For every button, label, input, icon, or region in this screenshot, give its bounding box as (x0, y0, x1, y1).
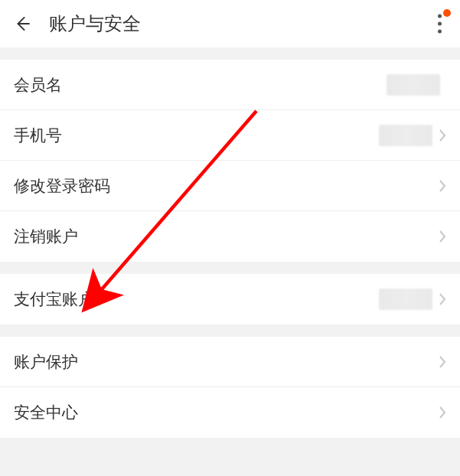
section-gap (0, 324, 460, 337)
back-icon[interactable] (12, 13, 34, 34)
deactivate-label: 注销账户 (14, 226, 439, 247)
chevron-right-icon (439, 406, 446, 419)
phone-value-blurred (379, 125, 432, 146)
chevron-right-icon (439, 179, 446, 193)
row-change-password[interactable]: 修改登录密码 (0, 161, 460, 211)
row-deactivate-account[interactable]: 注销账户 (0, 211, 460, 262)
header-bar: 账户与安全 (0, 0, 460, 47)
phone-label: 手机号 (14, 125, 379, 146)
member-name-label: 会员名 (14, 74, 387, 96)
page-title: 账户与安全 (49, 11, 141, 36)
chevron-right-icon (439, 129, 446, 142)
account-protection-label: 账户保护 (14, 351, 439, 373)
row-account-protection[interactable]: 账户保护 (0, 337, 460, 387)
row-member-name[interactable]: 会员名 (0, 60, 460, 110)
chevron-right-icon (439, 355, 446, 369)
chevron-right-icon (439, 292, 446, 306)
row-phone[interactable]: 手机号 (0, 110, 460, 161)
change-password-label: 修改登录密码 (14, 175, 439, 197)
member-name-value-blurred (387, 74, 440, 96)
section-gap (0, 262, 460, 274)
chevron-right-icon (439, 230, 446, 243)
alipay-label: 支付宝账户 (14, 289, 379, 310)
row-security-center[interactable]: 安全中心 (0, 387, 460, 438)
notification-indicator (443, 9, 451, 17)
alipay-value-blurred (379, 289, 432, 310)
row-alipay-account[interactable]: 支付宝账户 (0, 274, 460, 324)
security-center-label: 安全中心 (14, 402, 439, 423)
section-gap (0, 47, 460, 60)
